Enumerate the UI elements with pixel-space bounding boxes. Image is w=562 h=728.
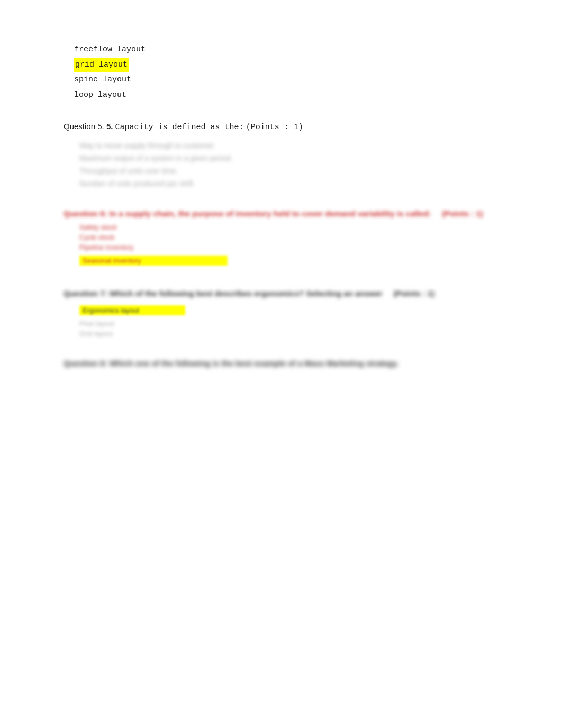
q6-option-3: Pipeline inventory [79, 243, 509, 251]
q5-option-2: Maximum output of a system in a given pe… [79, 154, 509, 162]
q8-question-text: Question 8: Which one of the following i… [64, 359, 509, 368]
question-5-label: Question 5. 5. Capacity is defined as th… [64, 122, 509, 132]
q7-option-2: Flow layout [79, 320, 509, 327]
question-7-section: Question 7: Which of the following best … [64, 289, 509, 338]
q5-prefix: Question 5. [64, 122, 104, 131]
q5-points: (Points : 1) [246, 123, 303, 132]
layout-options-list: freeflow layout grid layout spine layout… [74, 42, 509, 103]
layout-list-section: freeflow layout grid layout spine layout… [64, 42, 509, 103]
q7-options-list: Ergonomics layout Flow layout Grid layou… [79, 303, 509, 338]
q6-option-highlighted: Seasonal inventory [79, 256, 228, 266]
list-item-loop: loop layout [74, 88, 509, 103]
list-item-spine: spine layout [74, 72, 509, 88]
q7-question-text: Question 7: Which of the following best … [64, 289, 509, 298]
q5-text: Capacity is defined as the: [115, 123, 244, 132]
question-8-section: Question 8: Which one of the following i… [64, 359, 509, 368]
q6-options-list: Safety stock Cycle stock Pipeline invent… [79, 223, 509, 268]
highlighted-grid-layout: grid layout [74, 58, 129, 73]
question-6-section: Question 6: In a supply chain, the purpo… [64, 209, 509, 268]
q5-option-1: Way to move supply through to customer. [79, 141, 509, 150]
q5-option-4: Number of units produced per shift. [79, 179, 509, 188]
q7-option-highlighted: Ergonomics layout [79, 305, 185, 315]
q6-option-1: Safety stock [79, 223, 509, 231]
q5-number: 5. [106, 122, 113, 131]
q6-question-text: Question 6: In a supply chain, the purpo… [64, 209, 509, 218]
question-5-section: Question 5. 5. Capacity is defined as th… [64, 122, 509, 188]
q6-option-2: Cycle stock [79, 233, 509, 241]
list-item-grid: grid layout [74, 58, 509, 73]
q5-option-3: Throughput of units over time. [79, 167, 509, 175]
q7-option-3: Grid layout [79, 330, 509, 338]
list-item-freeflow: freeflow layout [74, 42, 509, 58]
